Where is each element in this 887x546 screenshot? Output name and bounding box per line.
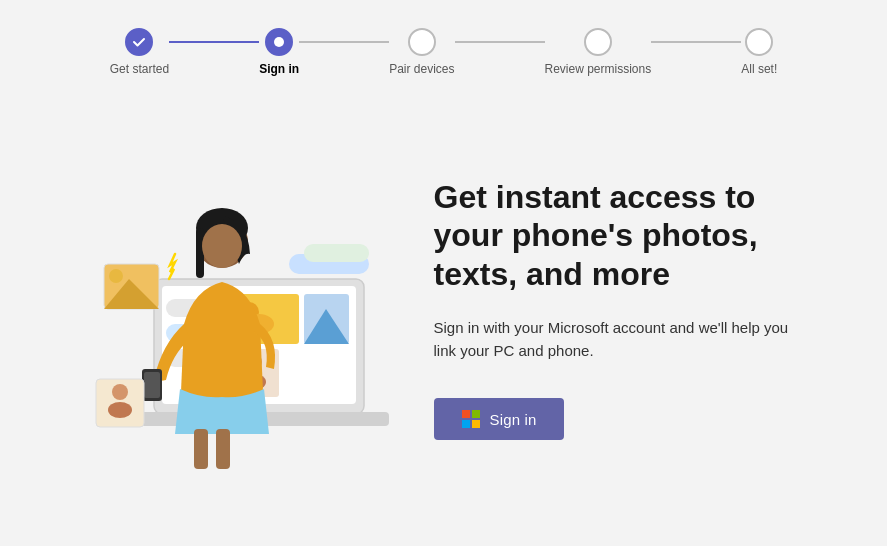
connector-3 <box>455 41 545 43</box>
connector-1 <box>169 41 259 43</box>
step-review-permissions: Review permissions <box>545 28 652 76</box>
step-circle-get-started <box>125 28 153 56</box>
step-circle-review-permissions <box>584 28 612 56</box>
step-label-review-permissions: Review permissions <box>545 62 652 76</box>
illustration <box>74 124 394 494</box>
step-label-pair-devices: Pair devices <box>389 62 454 76</box>
signin-button[interactable]: Sign in <box>434 398 565 440</box>
step-circle-pair-devices <box>408 28 436 56</box>
connector-2 <box>299 41 389 43</box>
svg-point-26 <box>112 384 128 400</box>
svg-point-24 <box>109 269 123 283</box>
step-label-all-set: All set! <box>741 62 777 76</box>
connector-4 <box>651 41 741 43</box>
ms-logo-blue <box>462 420 470 428</box>
svg-point-17 <box>202 224 242 268</box>
step-circle-sign-in <box>265 28 293 56</box>
signin-label: Sign in <box>490 411 537 428</box>
ms-logo-yellow <box>472 420 480 428</box>
svg-rect-16 <box>196 228 204 278</box>
step-label-get-started: Get started <box>110 62 169 76</box>
step-circle-all-set <box>745 28 773 56</box>
svg-rect-21 <box>216 429 230 469</box>
main-content: Get instant access to your phone's photo… <box>0 76 887 532</box>
svg-rect-29 <box>304 244 369 262</box>
ms-logo-green <box>472 410 480 418</box>
ms-logo-red <box>462 410 470 418</box>
stepper: Get started Sign in Pair devices Review … <box>0 0 887 76</box>
microsoft-logo-icon <box>462 410 480 428</box>
headline: Get instant access to your phone's photo… <box>434 178 814 293</box>
subtext: Sign in with your Microsoft account and … <box>434 317 814 362</box>
step-all-set: All set! <box>741 28 777 76</box>
step-get-started: Get started <box>110 28 169 76</box>
svg-rect-19 <box>144 372 160 398</box>
svg-point-27 <box>108 402 132 418</box>
right-panel: Get instant access to your phone's photo… <box>434 178 814 440</box>
step-sign-in: Sign in <box>259 28 299 76</box>
svg-rect-20 <box>194 429 208 469</box>
step-pair-devices: Pair devices <box>389 28 454 76</box>
step-label-sign-in: Sign in <box>259 62 299 76</box>
